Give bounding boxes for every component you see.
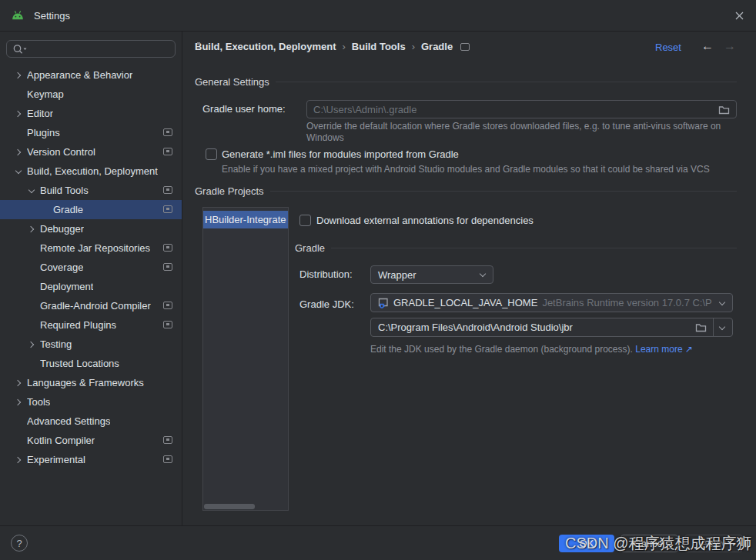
jdk-help-text: Edit the JDK used by the Gradle daemon (… [370, 344, 633, 355]
sidebar-item-build-tools[interactable]: Build Tools [0, 181, 182, 200]
screen-icon [163, 321, 172, 328]
sidebar-item-debugger[interactable]: Debugger [0, 219, 182, 238]
section-title: General Settings [195, 76, 269, 88]
sidebar-item-label: Kotlin Compiler [27, 435, 95, 446]
chevron-down-icon [719, 298, 725, 305]
help-button[interactable]: ? [11, 535, 28, 552]
android-icon [11, 9, 25, 22]
chevron-down-icon [480, 271, 486, 277]
screen-icon [163, 205, 172, 213]
back-arrow-icon[interactable]: ← [701, 39, 714, 53]
sidebar-item-label: Required Plugins [40, 319, 116, 331]
sidebar-item-label: Gradle [53, 204, 83, 215]
cancel-button[interactable]: Cancel [621, 535, 678, 552]
jdk-icon [377, 297, 390, 309]
sidebar-item-keymap[interactable]: Keymap [0, 85, 182, 104]
learn-more-link[interactable]: Learn more ↗ [635, 344, 693, 355]
chevron-down-icon[interactable] [22, 189, 40, 192]
sidebar-item-coverage[interactable]: Coverage [0, 258, 182, 277]
sidebar-item-trusted-locations[interactable]: Trusted Locations [0, 354, 182, 373]
folder-icon[interactable] [718, 105, 730, 115]
sidebar-item-remote-jar-repositories[interactable]: Remote Jar Repositories [0, 238, 182, 258]
chevron-down-icon[interactable] [719, 323, 725, 329]
chevron-right-icon[interactable] [9, 381, 27, 385]
sidebar-item-testing[interactable]: Testing [0, 335, 182, 354]
chevron-right-icon[interactable] [9, 400, 27, 405]
jdk-detail: JetBrains Runtime version 17.0.7 C:\P [542, 297, 711, 308]
screen-icon [163, 455, 172, 463]
divider [331, 248, 737, 248]
sidebar-item-plugins[interactable]: Plugins [0, 123, 182, 142]
sidebar-item-label: Editor [27, 108, 53, 119]
sidebar-item-experimental[interactable]: Experimental [0, 450, 182, 469]
gradle-user-home-input[interactable]: C:\Users\Admin\.gradle [306, 100, 737, 118]
distribution-select[interactable]: Wrapper [370, 265, 493, 284]
breadcrumb-segment[interactable]: Build Tools [352, 41, 406, 52]
sidebar-item-label: Debugger [40, 223, 84, 235]
reset-link[interactable]: Reset [655, 42, 681, 53]
sidebar-item-gradle-android-compiler[interactable]: Gradle-Android Compiler [0, 296, 182, 315]
sidebar-item-required-plugins[interactable]: Required Plugins [0, 315, 182, 335]
sidebar-item-advanced-settings[interactable]: Advanced Settings [0, 412, 182, 431]
sidebar-item-gradle[interactable]: Gradle [0, 200, 182, 219]
chevron-right-icon[interactable] [9, 458, 27, 462]
chevron-down-icon[interactable] [9, 170, 27, 173]
chevron-right-icon[interactable] [9, 112, 27, 116]
generate-iml-label[interactable]: Generate *.iml files for modules importe… [222, 148, 459, 160]
download-annotations-label[interactable]: Download external annotations for depend… [316, 215, 534, 226]
divider [270, 191, 737, 192]
gradle-projects-list: HBuilder-Integrate [202, 207, 289, 511]
sidebar-item-label: Trusted Locations [40, 358, 119, 369]
breadcrumb-separator: › [342, 41, 345, 52]
breadcrumb-segment[interactable]: Build, Execution, Deployment [195, 41, 336, 52]
section-title: Gradle [295, 242, 325, 254]
chevron-right-icon[interactable] [9, 73, 27, 78]
ok-button[interactable]: OK [559, 535, 614, 552]
sidebar-item-kotlin-compiler[interactable]: Kotlin Compiler [0, 431, 182, 450]
jdk-help: Edit the JDK used by the Gradle daemon (… [370, 344, 732, 355]
sidebar-item-label: Tools [27, 396, 50, 408]
list-item[interactable]: HBuilder-Integrate [203, 211, 288, 228]
general-settings-header: General Settings [195, 76, 737, 88]
sidebar-item-label: Appearance & Behavior [27, 69, 132, 81]
help-icon: ? [16, 538, 22, 549]
sidebar-item-build-execution-deployment[interactable]: Build, Execution, Deployment [0, 162, 182, 181]
gradle-jdk-path-input[interactable]: C:\Program Files\Android\Android Studio\… [370, 318, 733, 337]
gradle-jdk-select[interactable]: GRADLE_LOCAL_JAVA_HOME JetBrains Runtime… [370, 293, 733, 312]
sidebar-item-version-control[interactable]: Version Control [0, 142, 182, 162]
chevron-right-icon[interactable] [22, 227, 40, 232]
download-annotations-checkbox[interactable] [299, 215, 311, 226]
main-panel: Build, Execution, Deployment › Build Too… [182, 32, 756, 525]
sidebar-item-label: Remote Jar Repositories [40, 242, 150, 254]
settings-sidebar: Appearance & BehaviorKeymapEditorPlugins… [0, 32, 182, 525]
close-button[interactable] [728, 5, 750, 26]
window-title: Settings [34, 10, 70, 22]
footer-bar: ? OK Cancel Apply CSDN @程序猿想成程序狮 [0, 525, 756, 560]
sidebar-item-editor[interactable]: Editor [0, 104, 182, 123]
settings-dialog: Settings Appearance & BehaviorKeymapEdit… [0, 0, 756, 560]
gradle-user-home-placeholder: C:\Users\Admin\.gradle [307, 104, 416, 115]
sidebar-item-label: Deployment [40, 281, 93, 292]
screen-icon [163, 186, 172, 194]
sidebar-item-appearance-behavior[interactable]: Appearance & Behavior [0, 65, 182, 85]
sidebar-item-deployment[interactable]: Deployment [0, 277, 182, 296]
chevron-right-icon[interactable] [22, 342, 40, 347]
sidebar-item-label: Gradle-Android Compiler [40, 300, 151, 312]
sidebar-item-label: Keymap [27, 88, 64, 100]
horizontal-scrollbar[interactable] [204, 504, 255, 509]
sidebar-item-tools[interactable]: Tools [0, 392, 182, 412]
breadcrumb-segment: Gradle [421, 41, 453, 52]
sidebar-item-label: Plugins [27, 127, 60, 138]
search-input[interactable] [6, 40, 176, 58]
generate-iml-checkbox[interactable] [206, 148, 217, 160]
screen-icon [163, 436, 172, 444]
generate-iml-help: Enable if you have a mixed project with … [222, 164, 730, 175]
sidebar-item-languages-frameworks[interactable]: Languages & Frameworks [0, 373, 182, 392]
apply-button: Apply [684, 535, 743, 552]
distribution-label: Distribution: [299, 268, 353, 280]
folder-icon[interactable] [695, 322, 707, 332]
sidebar-item-label: Coverage [40, 262, 83, 273]
settings-tree: Appearance & BehaviorKeymapEditorPlugins… [0, 65, 182, 469]
sidebar-item-label: Advanced Settings [27, 415, 110, 427]
chevron-right-icon[interactable] [9, 150, 27, 155]
